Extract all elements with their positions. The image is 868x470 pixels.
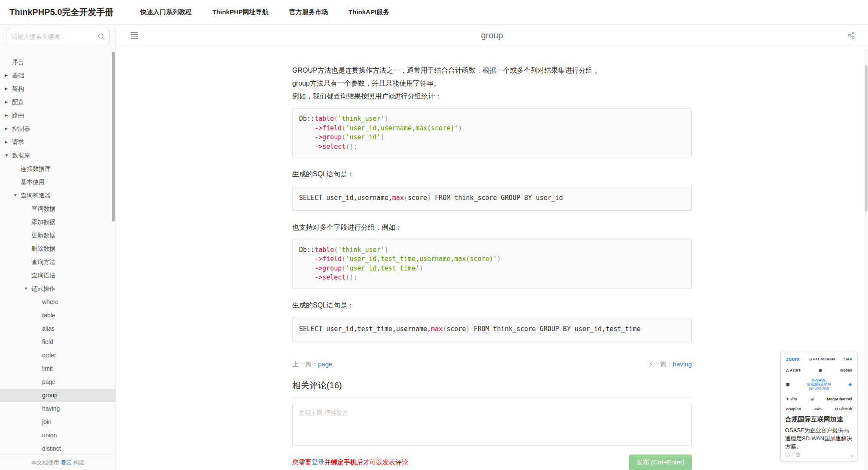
sidebar-item-请求[interactable]: ▶请求 bbox=[0, 135, 116, 149]
kancloud-link[interactable]: 看云 bbox=[61, 459, 72, 466]
chevron-down-icon[interactable]: ▼ bbox=[5, 149, 9, 162]
sidebar-item-label: page bbox=[42, 378, 55, 385]
sidebar-item-distinct[interactable]: distinct bbox=[0, 442, 116, 455]
sidebar-item-group[interactable]: group bbox=[0, 389, 116, 402]
code-line: Db::table('think_user') bbox=[299, 114, 685, 124]
bind-phone-text: 绑定手机 bbox=[331, 458, 357, 466]
sidebar-item-label: 删除数据 bbox=[31, 245, 55, 252]
share-icon[interactable] bbox=[847, 31, 855, 41]
sidebar-item-控制器[interactable]: ▶控制器 bbox=[0, 122, 116, 135]
chevron-right-icon[interactable]: ▶ bbox=[5, 135, 8, 149]
sidebar-item-添加数据[interactable]: 添加数据 bbox=[0, 215, 116, 229]
sidebar-item-label: alias bbox=[42, 325, 55, 332]
search-area bbox=[0, 25, 116, 44]
sidebar-item-label: 控制器 bbox=[12, 125, 30, 132]
search-input[interactable] bbox=[6, 29, 110, 44]
sidebar-item-连接数据库[interactable]: 连接数据库 bbox=[0, 162, 116, 175]
next-article: 下一篇：having bbox=[647, 360, 692, 369]
chevron-right-icon[interactable]: ▶ bbox=[5, 82, 8, 95]
chevron-right-icon[interactable]: ▶ bbox=[5, 122, 8, 135]
ad-logo-wall: zoom ⊿ ATLASSIAN SAP △ Azure ◉ webex ▣ O… bbox=[785, 355, 853, 412]
sidebar-item-page[interactable]: page bbox=[0, 375, 116, 389]
sidebar-item-order[interactable]: order bbox=[0, 349, 116, 362]
publish-button[interactable]: 发布 (Ctrl+Enter) bbox=[629, 455, 692, 470]
code-line: SELECT user_id,username,max(score) FROM … bbox=[299, 194, 685, 203]
sidebar-item-更新数据[interactable]: 更新数据 bbox=[0, 229, 116, 242]
sidebar-item-查询语法[interactable]: 查询语法 bbox=[0, 269, 116, 282]
paragraph: 也支持对多个字段进行分组，例如： bbox=[292, 221, 692, 234]
osase-line: 合规国际互联网 bbox=[807, 382, 831, 387]
sidebar-item-label: order bbox=[42, 352, 56, 359]
chevron-right-icon[interactable]: ▶ bbox=[5, 95, 8, 109]
navbar-links: 快速入门系列教程ThinkPHP网址导航官方服务市场ThinkAPI服务 bbox=[140, 8, 389, 16]
sidebar-item-label: 路由 bbox=[12, 112, 24, 119]
navbar-link[interactable]: 快速入门系列教程 bbox=[140, 8, 192, 16]
navbar-link[interactable]: 官方服务市场 bbox=[289, 8, 328, 16]
chevron-right-icon[interactable]: ▶ bbox=[5, 69, 8, 82]
sidebar-item-label: 序言 bbox=[12, 58, 24, 65]
sidebar-item-where[interactable]: where bbox=[0, 295, 116, 309]
chevron-down-icon[interactable]: ▼ bbox=[24, 282, 28, 295]
sidebar-item-table[interactable]: table bbox=[0, 309, 116, 322]
sidebar-item-label: 查询数据 bbox=[31, 205, 55, 212]
sidebar-item-field[interactable]: field bbox=[0, 335, 116, 349]
code-line: ->field('user_id,test_time,username,max(… bbox=[299, 255, 685, 264]
sidebar-item-union[interactable]: union bbox=[0, 429, 116, 442]
sidebar-item-基本使用[interactable]: 基本使用 bbox=[0, 175, 116, 189]
page-scrollbar[interactable] bbox=[865, 49, 868, 470]
zoom-logo: zoom bbox=[786, 356, 799, 362]
sidebar-item-join[interactable]: join bbox=[0, 415, 116, 429]
sidebar-item-删除数据[interactable]: 删除数据 bbox=[0, 242, 116, 255]
sidebar-item-基础[interactable]: ▶基础 bbox=[0, 69, 116, 82]
sidebar-item-label: 基本使用 bbox=[21, 178, 45, 185]
osase-center-text: O-SASE 合规国际互联网 SD-WAN加速 bbox=[807, 378, 831, 391]
comment-input[interactable] bbox=[292, 404, 692, 446]
sidebar-item-limit[interactable]: limit bbox=[0, 362, 116, 375]
content-header: group bbox=[116, 25, 868, 46]
ad-title[interactable]: 合规国际互联网加速 bbox=[785, 415, 853, 424]
sidebar-tree: 序言▶基础▶架构▶配置▶路由▶控制器▶请求▼数据库连接数据库基本使用▼查询构造器… bbox=[0, 44, 116, 455]
prev-link[interactable]: page bbox=[318, 360, 332, 368]
diamond-logo: ❖ bbox=[848, 382, 852, 387]
search-icon[interactable] bbox=[97, 32, 106, 41]
sidebar-item-label: table bbox=[42, 312, 55, 319]
ad-close-icon[interactable]: × bbox=[850, 453, 854, 460]
sidebar-item-查询数据[interactable]: 查询数据 bbox=[0, 202, 116, 215]
chevron-down-icon[interactable]: ▼ bbox=[13, 189, 17, 202]
prev-next-nav: 上一篇：page 下一篇：having bbox=[292, 360, 692, 369]
page-scrollbar-thumb[interactable] bbox=[865, 65, 868, 212]
sidebar-scrollbar-thumb[interactable] bbox=[112, 52, 115, 221]
sidebar-item-链式操作[interactable]: ▼链式操作 bbox=[0, 282, 116, 295]
anaplan-logo: Λnaplan bbox=[786, 407, 801, 411]
sidebar-item-label: 更新数据 bbox=[31, 232, 55, 239]
sidebar-item-查询方法[interactable]: 查询方法 bbox=[0, 255, 116, 269]
sql-label: 生成的SQL语句是： bbox=[292, 299, 692, 312]
login-link[interactable]: 登录 bbox=[312, 458, 324, 466]
sidebar-item-配置[interactable]: ▶配置 bbox=[0, 95, 116, 109]
navbar-link[interactable]: ThinkPHP网址导航 bbox=[212, 8, 269, 16]
paragraph: group方法只有一个参数，并且只能使用字符串。 bbox=[292, 77, 692, 90]
circle-logo: ◉ bbox=[819, 368, 822, 372]
next-link[interactable]: having bbox=[673, 360, 692, 368]
sidebar-item-label: 查询构造器 bbox=[21, 192, 51, 199]
brand-title: ThinkPHP5.0完全开发手册 bbox=[9, 6, 113, 18]
sidebar-item-架构[interactable]: ▶架构 bbox=[0, 82, 116, 95]
sidebar-item-label: 基础 bbox=[12, 72, 24, 79]
sidebar-item-label: union bbox=[42, 432, 57, 439]
sidebar-item-数据库[interactable]: ▼数据库 bbox=[0, 149, 116, 162]
sidebar-item-查询构造器[interactable]: ▼查询构造器 bbox=[0, 189, 116, 202]
sidebar-item-序言[interactable]: 序言 bbox=[0, 55, 116, 69]
sidebar-item-having[interactable]: having bbox=[0, 402, 116, 415]
sidebar-item-label: 架构 bbox=[12, 85, 24, 92]
chevron-right-icon[interactable]: ▶ bbox=[5, 109, 8, 122]
sidebar-item-alias[interactable]: alias bbox=[0, 322, 116, 335]
navbar-link[interactable]: ThinkAPI服务 bbox=[348, 8, 389, 16]
paragraph: GROUP方法也是连贯操作方法之一，通常用于结合合计函数，根据一个或多个列对结果… bbox=[292, 64, 692, 77]
sidebar-item-路由[interactable]: ▶路由 bbox=[0, 109, 116, 122]
sidebar-item-label: 配置 bbox=[12, 98, 24, 105]
menu-toggle-icon[interactable] bbox=[131, 32, 138, 40]
comments-heading: 相关评论(16) bbox=[292, 380, 692, 398]
app-window: ThinkPHP5.0完全开发手册 快速入门系列教程ThinkPHP网址导航官方… bbox=[0, 0, 868, 470]
code-line: ->select(); bbox=[299, 273, 685, 283]
sidebar-item-label: 请求 bbox=[12, 138, 24, 145]
